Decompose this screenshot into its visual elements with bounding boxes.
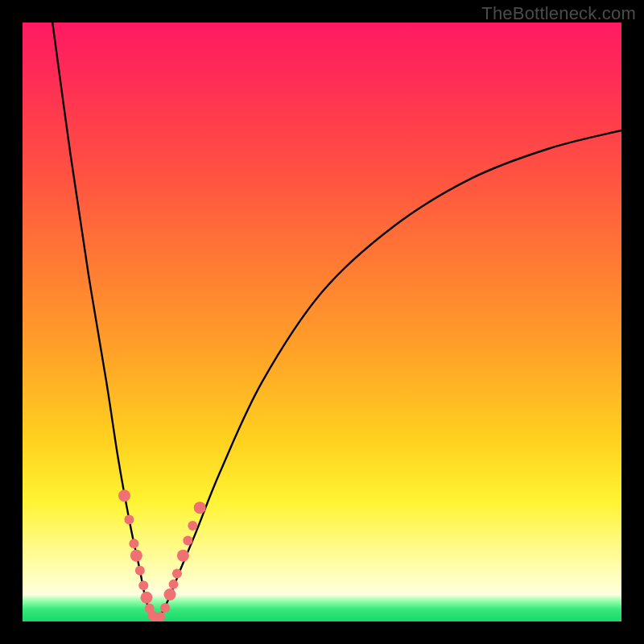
marker-point [194,502,206,514]
marker-point [135,566,145,576]
curve-right-branch [155,130,621,621]
marker-point [183,536,192,546]
marker-layer [118,489,206,621]
plot-area [23,23,621,621]
curve-layer [52,23,621,621]
marker-point [124,515,134,525]
marker-point [130,550,142,562]
curve-left-branch [52,23,154,621]
marker-point [188,521,197,530]
marker-point [138,580,148,590]
marker-point [168,580,178,589]
marker-point [129,539,138,548]
marker-point [118,489,130,502]
chart-svg [23,23,621,621]
marker-point [164,588,176,601]
watermark-text: TheBottleneck.com [481,3,636,24]
marker-point [160,603,170,613]
outer-frame: TheBottleneck.com [0,0,644,644]
marker-point [177,550,189,562]
marker-point [141,592,153,604]
marker-point [172,568,182,578]
marker-point [155,612,165,621]
